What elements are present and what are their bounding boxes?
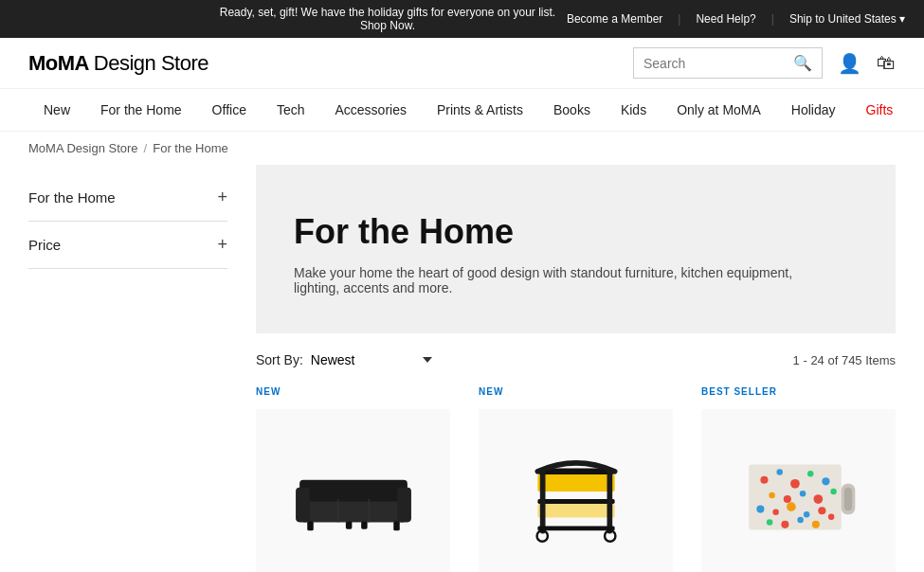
header-icons: 👤 🛍 — [838, 52, 896, 75]
svg-rect-5 — [393, 522, 400, 531]
nav-kids[interactable]: Kids — [606, 89, 661, 131]
svg-rect-2 — [296, 488, 310, 523]
svg-rect-16 — [537, 526, 614, 530]
header-right: 🔍 👤 🛍 — [633, 47, 896, 79]
search-icon[interactable]: 🔍 — [793, 54, 812, 72]
need-help-link[interactable]: Need Help? — [696, 12, 755, 26]
become-member-link[interactable]: Become a Member — [567, 12, 662, 26]
nav-holiday[interactable]: Holiday — [776, 89, 851, 131]
svg-rect-19 — [749, 464, 842, 529]
item-count: 1 - 24 of 745 Items — [793, 353, 896, 367]
svg-rect-1 — [299, 480, 408, 502]
main-content: For the Home Make your home the heart of… — [256, 165, 896, 572]
top-banner: Ready, set, gift! We have the holiday gi… — [0, 0, 924, 38]
breadcrumb-current: For the Home — [153, 141, 227, 155]
sidebar-for-the-home-label: For the Home — [28, 189, 116, 206]
account-icon[interactable]: 👤 — [838, 52, 861, 75]
svg-point-32 — [787, 502, 796, 511]
sidebar-price-header[interactable]: Price + — [28, 235, 227, 255]
hero-description: Make your home the heart of good design … — [294, 265, 824, 295]
svg-point-28 — [813, 494, 823, 504]
svg-point-29 — [830, 489, 837, 495]
hero-banner: For the Home Make your home the heart of… — [256, 165, 896, 333]
cart-icon[interactable]: 🛍 — [877, 52, 896, 75]
svg-rect-0 — [299, 499, 408, 522]
product-badge-new-2: NEW — [479, 386, 673, 402]
product-badge-new-1: NEW — [256, 386, 450, 402]
nav-only-at-moma[interactable]: Only at MoMA — [661, 89, 776, 131]
product-grid: NEW — [256, 386, 896, 572]
sort-bar: Sort By: Newest Price: Low to High Price… — [256, 352, 896, 367]
svg-point-34 — [818, 507, 825, 514]
svg-point-25 — [769, 492, 775, 499]
svg-rect-6 — [345, 522, 352, 529]
nav-office[interactable]: Office — [197, 89, 262, 131]
svg-rect-12 — [537, 499, 614, 504]
svg-rect-15 — [607, 469, 612, 534]
sidebar-price-label: Price — [28, 237, 61, 253]
ship-to-link[interactable]: Ship to United States ▾ — [789, 12, 905, 26]
breadcrumb: MoMA Design Store / For the Home — [0, 132, 924, 165]
svg-rect-14 — [539, 469, 545, 534]
product-badge-best-seller-3: BEST SELLER — [701, 386, 896, 402]
product-card-wilkes-sofa[interactable]: NEW — [256, 386, 450, 572]
nav-for-the-home[interactable]: For the Home — [85, 89, 197, 131]
svg-point-23 — [806, 471, 813, 477]
product-image-confetti-board — [701, 409, 896, 572]
logo[interactable]: MoMA Design Store — [28, 51, 208, 76]
svg-point-35 — [766, 519, 772, 526]
svg-rect-7 — [361, 522, 368, 529]
svg-point-33 — [803, 511, 809, 518]
banner-message: Ready, set, gift! We have the holiday gi… — [208, 6, 567, 32]
svg-rect-3 — [397, 488, 411, 523]
cart-image — [515, 447, 638, 551]
sidebar-price-expand-icon: + — [217, 235, 227, 255]
nav-gifts[interactable]: Gifts — [851, 89, 909, 131]
svg-point-22 — [790, 479, 800, 489]
main-nav: New For the Home Office Tech Accessories… — [0, 89, 924, 132]
nav-tech[interactable]: Tech — [262, 89, 320, 131]
svg-point-38 — [811, 521, 819, 528]
nav-new[interactable]: New — [28, 89, 85, 131]
svg-rect-41 — [843, 488, 851, 510]
product-image-bodum-cart — [479, 409, 673, 572]
svg-point-27 — [799, 491, 806, 497]
svg-point-31 — [772, 509, 779, 516]
svg-point-30 — [756, 506, 764, 513]
sidebar-for-the-home-header[interactable]: For the Home + — [28, 188, 227, 207]
svg-point-24 — [822, 477, 829, 485]
svg-rect-4 — [307, 522, 314, 531]
product-image-wilkes-sofa — [256, 409, 450, 572]
breadcrumb-store[interactable]: MoMA Design Store — [28, 141, 138, 155]
svg-point-39 — [827, 513, 834, 520]
nav-prints-artists[interactable]: Prints & Artists — [422, 89, 538, 131]
nav-books[interactable]: Books — [538, 89, 606, 131]
sofa-image — [292, 461, 415, 537]
board-image — [737, 452, 861, 546]
svg-point-21 — [776, 469, 783, 475]
header: MoMA Design Store 🔍 👤 🛍 — [0, 38, 924, 89]
svg-point-37 — [797, 517, 804, 524]
sidebar-price: Price + — [28, 222, 227, 269]
breadcrumb-sep: / — [144, 141, 148, 155]
page-layout: For the Home + Price + For the Home Make… — [0, 165, 924, 572]
svg-rect-11 — [537, 474, 614, 492]
product-card-confetti-board[interactable]: BEST SELLER — [701, 386, 896, 572]
sidebar-for-the-home: For the Home + — [28, 174, 227, 222]
hero-title: For the Home — [294, 212, 858, 252]
nav-accessories[interactable]: Accessories — [320, 89, 422, 131]
svg-rect-13 — [537, 504, 614, 518]
banner-links: Become a Member | Need Help? | Ship to U… — [567, 12, 905, 26]
svg-point-26 — [783, 495, 790, 503]
sort-by-label: Sort By: — [256, 352, 303, 367]
product-card-bodum-cart[interactable]: NEW — [479, 386, 673, 572]
nav-sale[interactable]: Sale — [908, 89, 924, 131]
svg-point-36 — [781, 521, 788, 528]
svg-point-20 — [760, 476, 768, 484]
search-input[interactable] — [643, 56, 788, 71]
search-box: 🔍 — [633, 47, 823, 79]
sidebar-for-the-home-expand-icon: + — [217, 188, 227, 207]
sidebar: For the Home + Price + — [28, 165, 227, 572]
sort-bar-left: Sort By: Newest Price: Low to High Price… — [256, 352, 434, 367]
sort-select[interactable]: Newest Price: Low to High Price: High to… — [311, 352, 434, 367]
